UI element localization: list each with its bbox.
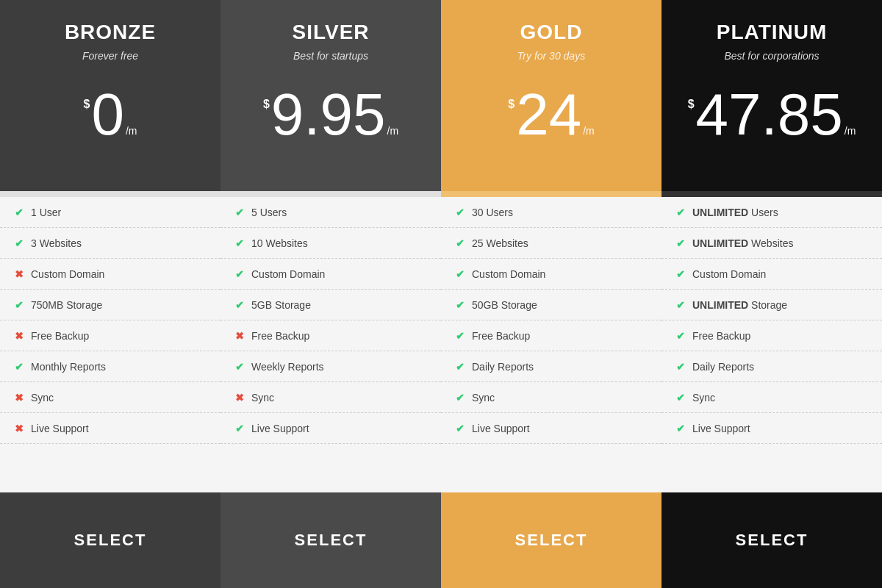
feature-text: Free Backup: [31, 330, 89, 342]
cross-icon: ✖: [15, 268, 24, 280]
check-icon: ✔: [676, 361, 685, 373]
feature-text: Sync: [692, 392, 715, 404]
platinum-footer: SELECT: [662, 492, 882, 588]
feature-text: Weekly Reports: [251, 361, 324, 373]
platinum-tagline: Best for corporations: [724, 50, 819, 62]
feature-text: Sync: [31, 392, 54, 404]
check-icon: ✔: [456, 299, 465, 311]
feature-row: ✔5 Users: [220, 197, 441, 228]
check-icon: ✔: [235, 207, 244, 218]
bronze-tagline: Forever free: [82, 50, 138, 62]
gold-price-amount: 24: [516, 85, 581, 144]
feature-row: ✔50GB Storage: [441, 290, 662, 320]
feature-row: ✔750MB Storage: [0, 290, 220, 320]
pricing-table: BRONZEForever free$0/m✔1 User✔3 Websites…: [0, 0, 882, 588]
check-icon: ✔: [676, 207, 685, 218]
feature-row: ✖Free Backup: [0, 320, 220, 351]
feature-row: ✖Sync: [0, 382, 220, 413]
feature-row: ✔25 Websites: [441, 228, 662, 259]
platinum-header: PLATINUMBest for corporations$47.85/m: [662, 0, 882, 191]
check-icon: ✔: [456, 237, 465, 249]
silver-price-period: /m: [387, 125, 399, 137]
gold-dollar-sign: $: [508, 98, 514, 110]
silver-plan-name: SILVER: [292, 21, 369, 44]
check-icon: ✔: [456, 268, 465, 280]
feature-text: Monthly Reports: [31, 361, 106, 373]
bronze-features: ✔1 User✔3 Websites✖Custom Domain✔750MB S…: [0, 197, 220, 492]
check-icon: ✔: [676, 423, 685, 434]
check-icon: ✔: [15, 299, 24, 311]
check-icon: ✔: [15, 361, 24, 373]
check-icon: ✔: [235, 268, 244, 280]
bronze-divider: [0, 191, 220, 197]
gold-tagline: Try for 30 days: [517, 50, 585, 62]
feature-row: ✔UNLIMITED Users: [662, 197, 882, 228]
silver-features: ✔5 Users✔10 Websites✔Custom Domain✔5GB S…: [220, 197, 441, 492]
feature-row: ✔1 User: [0, 197, 220, 228]
platinum-plan-name: PLATINUM: [717, 21, 828, 44]
feature-text: 3 Websites: [31, 237, 82, 249]
gold-header: GOLDTry for 30 days$24/m: [441, 0, 662, 191]
silver-header: SILVERBest for startups$9.95/m: [220, 0, 441, 191]
feature-text: Live Support: [251, 423, 309, 434]
feature-text: 750MB Storage: [31, 299, 102, 311]
check-icon: ✔: [456, 330, 465, 342]
feature-text: UNLIMITED Users: [692, 207, 778, 218]
feature-row: ✔Custom Domain: [441, 259, 662, 290]
feature-text: 10 Websites: [251, 237, 308, 249]
gold-plan-name: GOLD: [520, 21, 583, 44]
platinum-divider: [662, 191, 882, 197]
feature-row: ✔Free Backup: [441, 320, 662, 351]
bronze-footer: SELECT: [0, 492, 220, 588]
check-icon: ✔: [235, 299, 244, 311]
feature-row: ✔Live Support: [220, 413, 441, 444]
feature-text: 50GB Storage: [472, 299, 537, 311]
check-icon: ✔: [456, 207, 465, 218]
feature-text: Live Support: [692, 423, 750, 434]
platinum-select-button[interactable]: SELECT: [736, 531, 808, 550]
plan-bronze: BRONZEForever free$0/m✔1 User✔3 Websites…: [0, 0, 220, 588]
gold-footer: SELECT: [441, 492, 662, 588]
platinum-price-period: /m: [845, 125, 856, 137]
cross-icon: ✖: [15, 330, 24, 342]
silver-select-button[interactable]: SELECT: [295, 531, 368, 550]
feature-row: ✖Sync: [220, 382, 441, 413]
bronze-dollar-sign: $: [84, 98, 90, 110]
bronze-plan-name: BRONZE: [65, 21, 156, 44]
feature-row: ✔Monthly Reports: [0, 351, 220, 382]
check-icon: ✔: [456, 423, 465, 434]
plan-platinum: PLATINUMBest for corporations$47.85/m✔UN…: [662, 0, 882, 588]
feature-text: 5 Users: [251, 207, 287, 218]
plan-gold: GOLDTry for 30 days$24/m✔30 Users✔25 Web…: [441, 0, 662, 588]
check-icon: ✔: [235, 361, 244, 373]
cross-icon: ✖: [15, 423, 24, 434]
silver-dollar-sign: $: [263, 98, 270, 110]
check-icon: ✔: [235, 237, 244, 249]
feature-text: Daily Reports: [692, 361, 754, 373]
gold-divider: [441, 191, 662, 197]
silver-tagline: Best for startups: [293, 50, 368, 62]
platinum-features: ✔UNLIMITED Users✔UNLIMITED Websites✔Cust…: [662, 197, 882, 492]
check-icon: ✔: [456, 392, 465, 404]
feature-row: ✖Live Support: [0, 413, 220, 444]
silver-footer: SELECT: [220, 492, 441, 588]
check-icon: ✔: [15, 207, 24, 218]
feature-row: ✔30 Users: [441, 197, 662, 228]
cross-icon: ✖: [235, 392, 244, 404]
silver-divider: [220, 191, 441, 197]
platinum-price-amount: 47.85: [696, 85, 843, 144]
check-icon: ✔: [676, 299, 685, 311]
bronze-select-button[interactable]: SELECT: [74, 531, 147, 550]
feature-row: ✔UNLIMITED Storage: [662, 290, 882, 320]
feature-text: Sync: [251, 392, 274, 404]
feature-text: Custom Domain: [692, 268, 766, 280]
feature-text: 25 Websites: [472, 237, 528, 249]
silver-price: $9.95/m: [263, 85, 398, 144]
check-icon: ✔: [676, 268, 685, 280]
feature-row: ✖Custom Domain: [0, 259, 220, 290]
feature-row: ✔Weekly Reports: [220, 351, 441, 382]
gold-select-button[interactable]: SELECT: [515, 531, 588, 550]
check-icon: ✔: [456, 361, 465, 373]
feature-text: 1 User: [31, 207, 61, 218]
feature-text: Live Support: [472, 423, 530, 434]
